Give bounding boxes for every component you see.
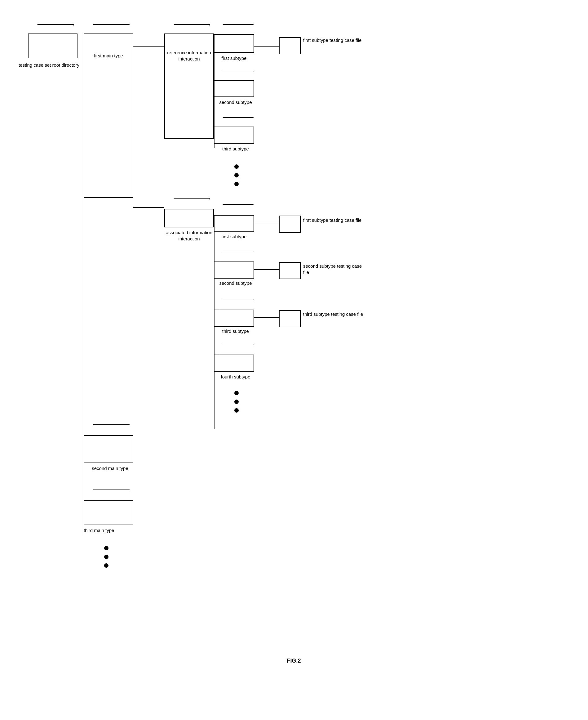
assoc-fourth-sub-body <box>214 355 254 372</box>
first-main-label: first main type <box>84 53 133 59</box>
assoc-second-sub-file-rect <box>279 262 301 279</box>
ref-second-sub-label: second subtype <box>214 99 257 105</box>
ref-first-sub-label: first subtype <box>214 55 254 61</box>
ref-info-label: reference information interaction <box>164 49 214 62</box>
dot-main-1 <box>104 546 108 550</box>
assoc-fourth-sub-label: fourth subtype <box>214 374 257 380</box>
ref-second-sub-body <box>214 80 254 97</box>
diagram: testing case set root directory first ma… <box>0 0 588 682</box>
h-line-assoc-first-file <box>254 223 279 223</box>
dot-main-2 <box>104 555 108 559</box>
assoc-first-sub-label: first subtype <box>214 234 254 240</box>
h-line-main-to-assoc <box>133 207 164 208</box>
assoc-third-sub-label: third subtype <box>214 328 257 335</box>
h-line-ref-first-file <box>254 46 279 46</box>
assoc-third-sub-tab <box>219 299 254 311</box>
dot-main-3 <box>104 563 108 568</box>
assoc-third-sub-body <box>214 309 254 327</box>
third-main-body <box>84 500 133 525</box>
ref-info-body <box>164 34 214 139</box>
third-main-label: third main type <box>84 527 136 534</box>
root-label: testing case set root directory <box>19 62 81 68</box>
assoc-third-sub-file-label: third subtype testing case file <box>303 311 368 317</box>
assoc-info-body <box>164 209 214 227</box>
dot-assoc-2 <box>234 400 239 404</box>
assoc-second-sub-file-label: second subtype testing case file <box>303 263 368 275</box>
assoc-first-sub-file-label: first subtype testing case file <box>303 217 365 223</box>
root-folder-body <box>28 34 78 58</box>
dot-assoc-3 <box>234 408 239 413</box>
h-line-assoc-second-file <box>254 269 279 270</box>
dot-assoc-1 <box>234 391 239 395</box>
ref-third-sub-label: third subtype <box>214 146 257 152</box>
assoc-first-sub-file-rect <box>279 216 301 233</box>
figure-label: FIG.2 <box>263 658 325 664</box>
dot-ref-3 <box>234 182 239 186</box>
assoc-third-sub-file-rect <box>279 310 301 327</box>
ref-first-sub-file-label: first subtype testing case file <box>303 37 365 43</box>
second-main-label: second main type <box>84 465 136 472</box>
dot-ref-1 <box>234 164 239 169</box>
assoc-first-sub-body <box>214 215 254 232</box>
assoc-second-sub-label: second subtype <box>214 280 257 286</box>
dot-ref-2 <box>234 173 239 177</box>
assoc-second-sub-tab <box>219 251 254 263</box>
ref-first-sub-body <box>214 34 254 53</box>
assoc-first-sub-tab <box>219 204 254 217</box>
assoc-second-sub-body <box>214 261 254 279</box>
ref-third-sub-body <box>214 126 254 144</box>
h-line-main-to-ref <box>133 46 164 46</box>
second-main-body <box>84 435 133 463</box>
ref-first-sub-file-rect <box>279 37 301 54</box>
assoc-info-label: associated information interaction <box>164 229 214 242</box>
assoc-fourth-sub-tab <box>219 344 254 356</box>
h-line-assoc-third-file <box>254 317 279 318</box>
